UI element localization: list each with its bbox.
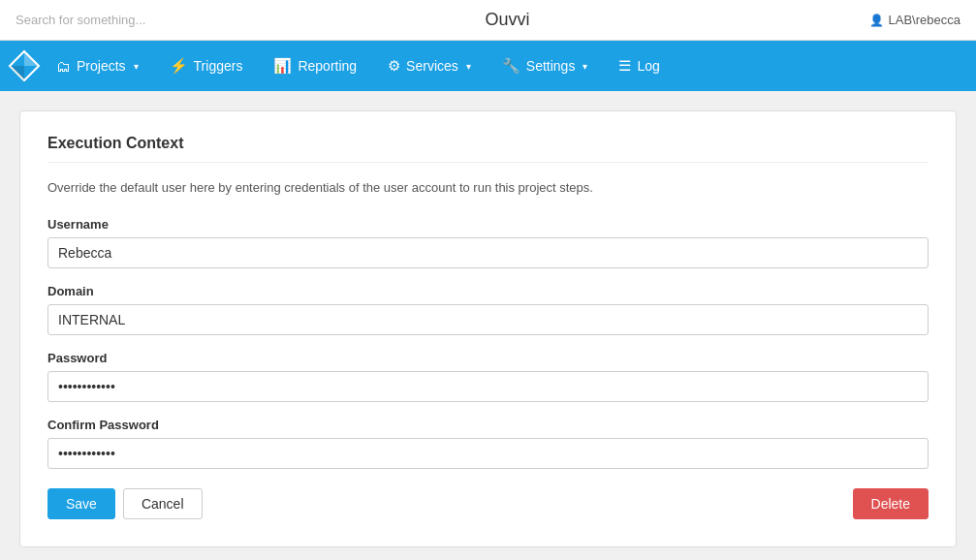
nav-item-triggers[interactable]: ⚡ Triggers <box>154 41 259 91</box>
confirm-password-input[interactable] <box>47 438 929 469</box>
nav-item-settings[interactable]: 🔧 Settings ▾ <box>487 41 604 91</box>
domain-group: Domain <box>47 284 929 335</box>
nav-bar: 🗂 Projects ▾ ⚡ Triggers 📊 Reporting ⚙ Se… <box>0 41 976 91</box>
main-content: Execution Context Override the default u… <box>0 91 976 560</box>
nav-label-settings: Settings <box>526 58 576 74</box>
chevron-down-icon-settings: ▾ <box>582 61 587 72</box>
nav-label-projects: Projects <box>77 58 126 74</box>
nav-label-log: Log <box>637 58 659 74</box>
username-label: Username <box>47 217 929 232</box>
cancel-button[interactable]: Cancel <box>123 488 203 519</box>
confirm-password-label: Confirm Password <box>47 418 929 432</box>
search-placeholder: Search for something... <box>16 13 145 27</box>
domain-label: Domain <box>47 284 929 298</box>
card-description: Override the default user here by enteri… <box>47 178 929 198</box>
nav-item-reporting[interactable]: 📊 Reporting <box>258 41 372 91</box>
username-group: Username <box>47 217 929 268</box>
nav-item-projects[interactable]: 🗂 Projects ▾ <box>41 41 154 91</box>
nav-label-triggers: Triggers <box>194 58 243 74</box>
reporting-icon: 📊 <box>273 57 292 75</box>
execution-context-card: Execution Context Override the default u… <box>19 110 957 547</box>
user-label: LAB\rebecca <box>869 13 960 27</box>
delete-button[interactable]: Delete <box>853 488 929 519</box>
chevron-down-icon-services: ▾ <box>466 61 471 72</box>
app-logo[interactable] <box>8 49 41 82</box>
chevron-down-icon: ▾ <box>134 61 139 72</box>
card-title: Execution Context <box>47 135 929 163</box>
nav-item-services[interactable]: ⚙ Services ▾ <box>372 41 487 91</box>
nav-label-services: Services <box>406 58 458 74</box>
triggers-icon: ⚡ <box>170 57 188 75</box>
password-group: Password <box>47 351 929 402</box>
save-button[interactable]: Save <box>47 488 115 519</box>
password-input[interactable] <box>47 371 929 402</box>
password-label: Password <box>47 351 929 365</box>
log-icon: ☰ <box>618 57 631 75</box>
button-row: Save Cancel Delete <box>47 488 929 519</box>
top-bar: Search for something... Ouvvi LAB\rebecc… <box>0 0 976 41</box>
domain-input[interactable] <box>47 304 929 335</box>
confirm-password-group: Confirm Password <box>47 418 929 469</box>
app-title: Ouvvi <box>485 10 529 30</box>
nav-label-reporting: Reporting <box>298 58 357 74</box>
settings-icon: 🔧 <box>502 57 520 75</box>
left-buttons: Save Cancel <box>47 488 203 519</box>
projects-icon: 🗂 <box>56 58 71 75</box>
services-icon: ⚙ <box>388 57 400 75</box>
nav-item-log[interactable]: ☰ Log <box>603 41 675 91</box>
username-input[interactable] <box>47 237 929 268</box>
